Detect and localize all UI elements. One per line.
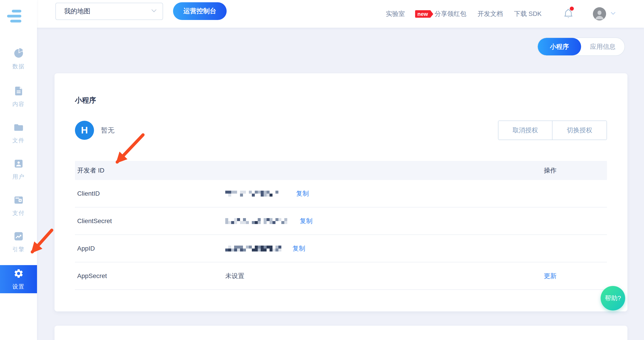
row-label: ClientID — [75, 190, 225, 197]
user-icon — [0, 158, 37, 169]
tab-bar: 小程序 应用信息 — [537, 37, 625, 56]
new-badge: new — [415, 10, 430, 18]
sidebar-item-settings[interactable]: 设置 — [0, 265, 37, 293]
pie-chart-icon — [0, 48, 37, 58]
appsecret-value: 未设置 — [225, 272, 244, 280]
redacted-value — [225, 191, 286, 197]
sidebar-item-data[interactable]: 数据 — [0, 48, 37, 70]
row-label: ClientSecret — [75, 217, 225, 225]
tab-app-info[interactable]: 应用信息 — [581, 38, 624, 55]
mini-program-summary-row: H 暂无 取消授权 切换授权 — [75, 120, 607, 140]
wallet-icon — [0, 195, 37, 205]
update-link[interactable]: 更新 — [544, 272, 556, 279]
table-row: ClientSecret 复制 — [75, 207, 607, 235]
nav-lab-link[interactable]: 实验室 — [386, 9, 405, 18]
row-label: AppSecret — [75, 272, 225, 280]
mini-program-name: 暂无 — [101, 126, 114, 135]
user-avatar[interactable] — [593, 7, 606, 20]
redacted-value — [225, 218, 290, 224]
ops-console-button[interactable]: 运营控制台 — [173, 2, 227, 20]
nav-docs-link[interactable]: 开发文档 — [478, 9, 503, 18]
map-selector-value: 我的地图 — [64, 7, 90, 16]
sidebar-item-label: 数据 — [0, 63, 37, 70]
cancel-auth-button[interactable]: 取消授权 — [498, 121, 552, 140]
header-developer-id: 开发者 ID — [75, 166, 225, 175]
next-section-card — [54, 326, 628, 340]
sidebar-item-users[interactable]: 用户 — [0, 158, 37, 180]
table-header-row: 开发者 ID 操作 — [75, 161, 607, 180]
map-selector-dropdown[interactable]: 我的地图 — [56, 3, 163, 20]
notification-bell-icon[interactable] — [564, 8, 574, 20]
folder-icon — [0, 122, 37, 133]
sidebar-item-label: 引擎 — [0, 246, 37, 253]
copy-link[interactable]: 复制 — [296, 189, 309, 198]
sidebar: 数据 内容 文件 用户 — [0, 0, 37, 340]
account-chevron-down-icon[interactable] — [610, 12, 616, 16]
trending-icon — [0, 231, 37, 242]
nav-red-packet-link[interactable]: 分享领红包 — [435, 9, 466, 18]
topnav: 实验室 new 分享领红包 开发文档 下载 SDK — [386, 0, 616, 28]
sidebar-item-label: 内容 — [0, 100, 37, 108]
mini-program-card: 小程序 H 暂无 取消授权 切换授权 开发者 ID 操作 ClientID 复制… — [54, 73, 628, 312]
sidebar-item-files[interactable]: 文件 — [0, 122, 37, 144]
help-button[interactable]: 帮助? — [601, 286, 625, 311]
developer-id-table: 开发者 ID 操作 ClientID 复制 ClientSecret 复制 Ap… — [75, 161, 607, 290]
redacted-value — [225, 246, 282, 252]
table-row: AppSecret 未设置 更新 — [75, 262, 607, 290]
table-row: ClientID 复制 — [75, 180, 607, 207]
copy-link[interactable]: 复制 — [300, 217, 312, 225]
sidebar-item-payments[interactable]: 支付 — [0, 195, 37, 217]
topbar: 我的地图 运营控制台 实验室 new 分享领红包 开发文档 下载 SDK — [0, 0, 644, 28]
tab-mini-program[interactable]: 小程序 — [538, 38, 581, 55]
gear-icon — [0, 268, 37, 279]
table-row: AppID 复制 — [75, 235, 607, 262]
sidebar-item-content[interactable]: 内容 — [0, 86, 37, 108]
sidebar-item-label: 支付 — [0, 209, 37, 217]
sidebar-item-engine[interactable]: 引擎 — [0, 231, 37, 253]
sidebar-item-label: 设置 — [0, 283, 37, 290]
nav-sdk-link[interactable]: 下载 SDK — [514, 9, 542, 18]
sidebar-item-label: 文件 — [0, 137, 37, 144]
header-action: 操作 — [544, 166, 607, 175]
sidebar-item-label: 用户 — [0, 173, 37, 180]
mini-program-avatar: H — [75, 121, 94, 140]
document-icon — [0, 86, 37, 96]
copy-link[interactable]: 复制 — [292, 244, 305, 253]
notification-dot — [570, 6, 574, 11]
switch-auth-button[interactable]: 切换授权 — [552, 121, 606, 140]
hamburger-menu-icon[interactable] — [0, 9, 37, 22]
chevron-down-icon — [151, 9, 157, 14]
auth-button-group: 取消授权 切换授权 — [498, 120, 607, 140]
row-label: AppID — [75, 245, 225, 252]
card-title: 小程序 — [75, 73, 607, 105]
